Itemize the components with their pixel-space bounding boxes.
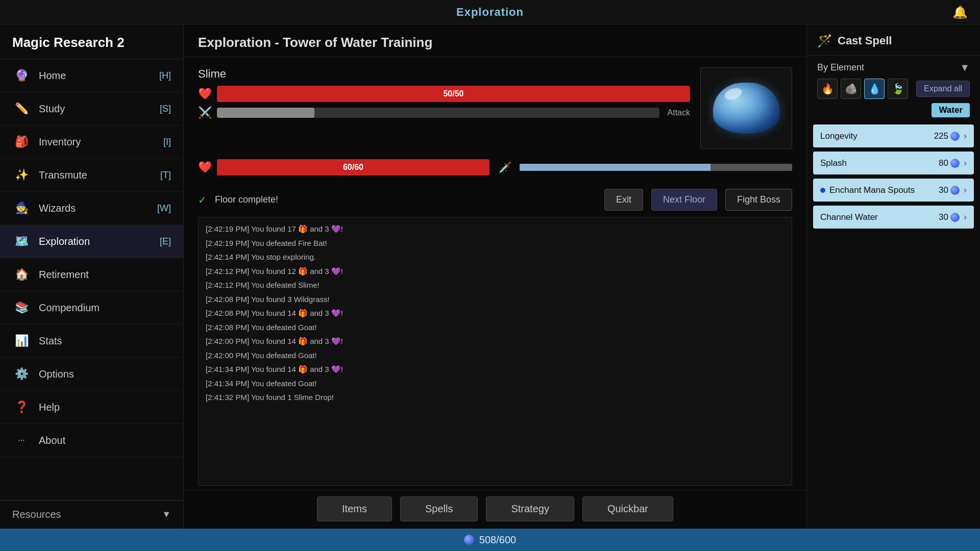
- player-sword-icon: 🗡️: [499, 161, 511, 173]
- home-icon: 🔮: [12, 66, 31, 85]
- spell-list: Longevity225 ›Splash80 ›Enchant Mana Spo…: [807, 121, 980, 529]
- spell-cost: 80: [939, 158, 960, 168]
- app-title: Magic Research 2: [0, 24, 183, 59]
- spell-name: Channel Water: [820, 212, 935, 222]
- mana-orb-icon: [950, 132, 960, 141]
- spell-item-splash[interactable]: Splash80 ›: [813, 152, 974, 174]
- element-icons-row: 🔥 🪨 💧 🍃 Expand all: [807, 79, 980, 103]
- resources-section[interactable]: Resources ▼: [0, 500, 183, 529]
- tab-items[interactable]: Items: [317, 496, 392, 521]
- log-entry: [2:42:00 PM] You found 14 🎁 and 3 💜!: [206, 335, 785, 348]
- study-icon: ✏️: [12, 99, 31, 118]
- spell-expand-icon: ›: [964, 131, 967, 141]
- log-entry: [2:42:12 PM] You defeated Slime!: [206, 279, 785, 292]
- sidebar-item-wizards[interactable]: 🧙 Wizards [W]: [0, 192, 183, 225]
- transmute-icon: ✨: [12, 166, 31, 184]
- log-entry: [2:41:34 PM] You defeated Goat!: [206, 377, 785, 390]
- cast-spell-header: 🪄 Cast Spell: [807, 24, 980, 56]
- spell-expand-icon: ›: [964, 185, 967, 195]
- player-hp-row: ❤️ 60/60 🗡️: [198, 159, 792, 176]
- spell-item-longevity[interactable]: Longevity225 ›: [813, 124, 974, 147]
- stats-label: Stats: [39, 335, 171, 347]
- battle-log[interactable]: [2:42:19 PM] You found 17 🎁 and 3 💜![2:4…: [198, 217, 792, 486]
- tab-strategy[interactable]: Strategy: [486, 496, 574, 521]
- tab-quickbar[interactable]: Quickbar: [582, 496, 673, 521]
- wizards-key: [W]: [157, 203, 171, 214]
- next-floor-button[interactable]: Next Floor: [651, 189, 717, 211]
- log-entry: [2:42:08 PM] You found 3 Wildgrass!: [206, 293, 785, 306]
- resources-label: Resources: [12, 509, 61, 520]
- element-water-btn[interactable]: 💧: [864, 79, 885, 99]
- cast-spell-title: Cast Spell: [838, 34, 892, 47]
- enemy-info: Slime ❤️ 50/50 ⚔️ Attack: [198, 67, 690, 149]
- exploration-key: [E]: [160, 236, 171, 247]
- options-icon: ⚙️: [12, 365, 31, 383]
- compendium-label: Compendium: [39, 302, 171, 314]
- mana-orb-icon: [950, 159, 960, 168]
- floor-status: ✓ Floor complete! Exit Next Floor Fight …: [184, 185, 806, 217]
- mana-orb-icon: [950, 213, 960, 222]
- home-label: Home: [39, 70, 151, 82]
- status-bar: 508/600: [0, 529, 980, 551]
- expand-all-button[interactable]: Expand all: [916, 81, 970, 97]
- water-filter-badge: Water: [932, 103, 970, 117]
- log-entry: [2:42:14 PM] You stop exploring.: [206, 251, 785, 264]
- enemy-hp-text: 50/50: [217, 89, 690, 98]
- enemy-hp-bar-container: 50/50: [217, 86, 690, 102]
- exploration-header: Exploration - Tower of Water Training: [184, 24, 806, 57]
- player-attack-bar: [520, 164, 710, 171]
- inventory-key: [I]: [163, 137, 171, 147]
- element-fire-btn[interactable]: 🔥: [817, 79, 838, 99]
- element-chevron-icon[interactable]: ▼: [960, 62, 970, 73]
- enemy-attack-bar-container: [217, 108, 659, 118]
- wand-icon: 🪄: [817, 34, 832, 48]
- right-panel: 🪄 Cast Spell By Element ▼ 🔥 🪨 💧 🍃 Expand…: [806, 24, 980, 529]
- exploration-icon: 🗺️: [12, 232, 31, 251]
- sidebar-item-inventory[interactable]: 🎒 Inventory [I]: [0, 126, 183, 159]
- about-icon: ···: [12, 431, 31, 449]
- player-area: ❤️ 60/60 🗡️: [184, 159, 806, 185]
- spell-expand-icon: ›: [964, 158, 967, 168]
- retirement-label: Retirement: [39, 269, 171, 281]
- about-label: About: [39, 435, 171, 446]
- exit-button[interactable]: Exit: [604, 189, 643, 211]
- battle-area: Slime ❤️ 50/50 ⚔️ Attack: [184, 57, 806, 159]
- sidebar-item-retirement[interactable]: 🏠 Retirement: [0, 258, 183, 291]
- help-label: Help: [39, 402, 171, 413]
- enemy-attack-icon: ⚔️: [198, 106, 212, 119]
- spell-item-enchant-mana-spouts[interactable]: Enchant Mana Spouts30 ›: [813, 179, 974, 202]
- player-hp-text: 60/60: [217, 163, 489, 172]
- top-bar-title: Exploration: [456, 6, 524, 19]
- log-entry: [2:42:08 PM] You found 14 🎁 and 3 💜!: [206, 307, 785, 320]
- element-nature-btn[interactable]: 🍃: [888, 79, 908, 99]
- tab-spells[interactable]: Spells: [400, 496, 478, 521]
- stats-icon: 📊: [12, 332, 31, 350]
- spell-item-channel-water[interactable]: Channel Water30 ›: [813, 206, 974, 229]
- resources-chevron-icon: ▼: [162, 509, 171, 520]
- log-entry: [2:41:34 PM] You found 14 🎁 and 3 💜!: [206, 363, 785, 376]
- sidebar-item-study[interactable]: ✏️ Study [S]: [0, 92, 183, 126]
- sidebar-item-exploration[interactable]: 🗺️ Exploration [E]: [0, 225, 183, 258]
- sidebar-item-help[interactable]: ❓ Help: [0, 391, 183, 424]
- sidebar-item-options[interactable]: ⚙️ Options: [0, 358, 183, 391]
- sidebar-item-transmute[interactable]: ✨ Transmute [T]: [0, 159, 183, 192]
- enemy-attack-bar: [217, 108, 314, 118]
- enemy-hp-row: ❤️ 50/50: [198, 86, 690, 102]
- help-icon: ❓: [12, 398, 31, 416]
- mana-orb-status-icon: [464, 535, 474, 545]
- attack-label: Attack: [668, 108, 690, 117]
- sidebar-nav: 🔮 Home [H] ✏️ Study [S] 🎒 Inventory [I] …: [0, 59, 183, 500]
- bell-icon[interactable]: 🔔: [952, 5, 968, 19]
- sidebar-item-home[interactable]: 🔮 Home [H]: [0, 59, 183, 92]
- log-entry: [2:42:12 PM] You found 12 🎁 and 3 💜!: [206, 265, 785, 278]
- sidebar-item-stats[interactable]: 📊 Stats: [0, 324, 183, 358]
- fight-boss-button[interactable]: Fight Boss: [725, 189, 792, 211]
- sidebar-item-about[interactable]: ··· About: [0, 424, 183, 457]
- floor-complete-text: Floor complete!: [215, 194, 596, 205]
- slime-visual: [713, 83, 779, 134]
- spell-name: Enchant Mana Spouts: [829, 185, 935, 195]
- element-earth-btn[interactable]: 🪨: [841, 79, 861, 99]
- bottom-tabs: Items Spells Strategy Quickbar: [184, 490, 806, 529]
- sidebar-item-compendium[interactable]: 📚 Compendium: [0, 291, 183, 324]
- element-icon-group: 🔥 🪨 💧 🍃: [817, 79, 908, 99]
